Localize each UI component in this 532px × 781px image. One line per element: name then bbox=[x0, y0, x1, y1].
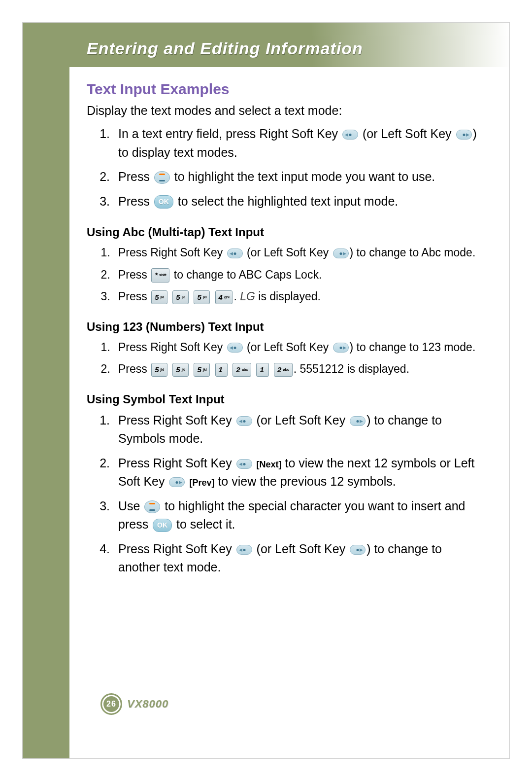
list-item: Press 5jkl 5jkl 5jkl 4ghi. LG is display… bbox=[113, 288, 482, 305]
list-item: Press Right Soft Key (or Left Soft Key )… bbox=[113, 540, 482, 577]
softkey-right-icon bbox=[350, 545, 366, 555]
phone-key-icon: 2abc bbox=[233, 363, 251, 377]
nav-key-icon bbox=[144, 500, 160, 513]
softkey-left-icon bbox=[236, 545, 252, 555]
section-title: Text Input Examples bbox=[87, 81, 482, 98]
content-area: Entering and Editing Information Text In… bbox=[69, 23, 509, 758]
italic-text: LG bbox=[240, 290, 255, 303]
ok-key-icon: OK bbox=[153, 519, 172, 532]
abc-steps: Press Right Soft Key (or Left Soft Key )… bbox=[87, 244, 482, 305]
page-frame: Entering and Editing Information Text In… bbox=[22, 22, 510, 759]
body: Text Input Examples Display the text mod… bbox=[69, 67, 509, 577]
softkey-right-icon bbox=[350, 416, 366, 426]
list-item: Press Right Soft Key (or Left Soft Key )… bbox=[113, 244, 482, 261]
model-label: VX8000 bbox=[127, 698, 168, 710]
list-item: Press 5jkl 5jkl 5jkl 1 2abc 1 2abc. 5551… bbox=[113, 360, 482, 378]
softkey-right-icon bbox=[169, 477, 185, 487]
phone-key-icon: *shift bbox=[151, 268, 169, 283]
list-item: Press *shift to change to ABC Caps Lock. bbox=[113, 266, 482, 284]
phone-key-icon: 5jkl bbox=[172, 363, 189, 377]
nav-key-icon bbox=[154, 171, 170, 184]
phone-key-icon: 4ghi bbox=[215, 290, 233, 305]
phone-key-icon: 5jkl bbox=[194, 363, 210, 377]
num-steps: Press Right Soft Key (or Left Soft Key )… bbox=[87, 339, 482, 378]
bold-label: [Prev] bbox=[189, 478, 214, 488]
softkey-left-icon bbox=[342, 130, 358, 140]
abc-title: Using Abc (Multi-tap) Text Input bbox=[87, 225, 482, 239]
bold-label: [Next] bbox=[257, 460, 282, 469]
softkey-left-icon bbox=[236, 416, 252, 426]
softkey-left-icon bbox=[227, 248, 243, 258]
left-color-bar bbox=[23, 23, 69, 758]
phone-key-icon: 5jkl bbox=[172, 290, 189, 305]
softkey-left-icon bbox=[236, 459, 252, 469]
list-item: Press OK to select the highlighted text … bbox=[113, 192, 482, 211]
top-steps: In a text entry field, press Right Soft … bbox=[87, 125, 482, 211]
footer: 26 VX8000 bbox=[100, 693, 168, 715]
phone-key-icon: 1 bbox=[215, 363, 228, 377]
num-title: Using 123 (Numbers) Text Input bbox=[87, 320, 482, 334]
list-item: Use to highlight the special character y… bbox=[113, 497, 482, 534]
page-title: Entering and Editing Information bbox=[87, 39, 363, 58]
list-item: Press Right Soft Key (or Left Soft Key )… bbox=[113, 411, 482, 448]
phone-key-icon: 5jkl bbox=[194, 290, 210, 305]
sym-title: Using Symbol Text Input bbox=[87, 392, 482, 406]
phone-key-icon: 2abc bbox=[274, 363, 293, 377]
page-number: 26 bbox=[106, 700, 116, 709]
list-item: Press Right Soft Key (or Left Soft Key )… bbox=[113, 339, 482, 356]
section-intro: Display the text modes and select a text… bbox=[87, 104, 482, 118]
phone-key-icon: 1 bbox=[256, 363, 268, 377]
sym-steps: Press Right Soft Key (or Left Soft Key )… bbox=[87, 411, 482, 577]
list-item: In a text entry field, press Right Soft … bbox=[113, 125, 482, 162]
softkey-right-icon bbox=[456, 130, 472, 140]
page-number-badge: 26 bbox=[100, 693, 122, 715]
list-item: Press Right Soft Key [Next] to view the … bbox=[113, 454, 482, 491]
softkey-left-icon bbox=[227, 343, 243, 353]
phone-key-icon: 5jkl bbox=[151, 363, 167, 377]
list-item: Press to highlight the text input mode y… bbox=[113, 168, 482, 186]
softkey-right-icon bbox=[333, 248, 349, 258]
header-band: Entering and Editing Information bbox=[69, 23, 509, 67]
phone-key-icon: 5jkl bbox=[151, 290, 167, 305]
ok-key-icon: OK bbox=[154, 195, 173, 209]
softkey-right-icon bbox=[333, 343, 349, 353]
